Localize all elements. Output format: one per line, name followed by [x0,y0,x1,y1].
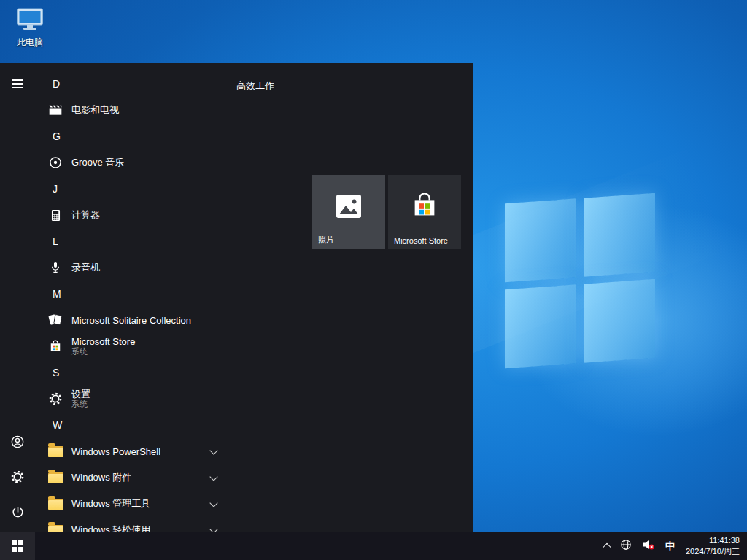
chevron-down-icon[interactable] [206,450,222,454]
tile-microsoft-store[interactable]: Microsoft Store [388,175,461,249]
ime-indicator[interactable]: 中 [660,532,680,560]
section-letter-label: G [53,131,61,142]
tile-label: 照片 [318,234,334,245]
volume-muted-icon [642,539,655,553]
app-item-solitaire[interactable]: Microsoft Solitaire Collection [35,307,226,333]
app-label: 录音机 [71,261,100,274]
chevron-up-icon [603,543,611,551]
calculator-icon [47,206,64,224]
app-section-letter-g[interactable]: G [35,123,226,149]
desktop-icon-this-pc[interactable]: 此电脑 [7,7,53,49]
taskbar-clock[interactable]: 11:41:38 2024/7/10/周三 [680,535,747,557]
app-label: Microsoft Store [71,336,135,348]
folder-icon [47,469,64,486]
start-button[interactable] [0,532,35,560]
folder-icon [47,443,64,460]
app-sublabel: 系统 [71,347,135,357]
tile-group-title: 高效工作 [236,79,274,93]
start-menu-app-list: D 电影和电视 G [35,63,226,532]
windows-desktop: 此电脑 [0,0,747,560]
globe-icon [620,539,632,553]
solitaire-icon [47,311,64,329]
app-item-windows-accessories[interactable]: Windows 附件 [35,464,226,491]
settings-button[interactable] [0,461,35,496]
chevron-down-icon[interactable] [206,502,222,506]
app-label: Microsoft Solitaire Collection [71,315,191,326]
chevron-down-icon[interactable] [206,529,222,532]
app-section-letter-w[interactable]: W [35,412,226,438]
folder-icon [47,495,64,513]
power-button[interactable] [0,496,35,531]
settings-gear-icon [47,390,64,408]
account-button[interactable] [0,426,35,461]
clock-date: 2024/7/10/周三 [686,546,740,557]
app-item-voice-recorder[interactable]: 录音机 [35,254,226,281]
expand-menu-button[interactable] [0,66,35,101]
section-letter-label: D [53,78,60,90]
app-label: Windows 管理工具 [71,497,150,510]
photos-icon [334,193,363,222]
app-item-windows-ease-of-access[interactable]: Windows 轻松使用 [35,517,226,532]
folder-icon [47,521,64,532]
app-section-letter-m[interactable]: M [35,281,226,307]
app-section-letter-s[interactable]: S [35,359,226,386]
voice-recorder-icon [47,259,64,276]
store-bag-icon [409,191,440,225]
app-section-letter-l[interactable]: L [35,228,226,254]
ime-label: 中 [665,540,675,553]
system-tray: 中 11:41:38 2024/7/10/周三 [599,532,747,560]
taskbar: 中 11:41:38 2024/7/10/周三 [0,532,747,560]
user-icon [10,435,25,452]
desktop-icon-label: 此电脑 [17,36,43,49]
app-label: 计算器 [71,209,100,222]
start-menu-tile-area: 高效工作 照片 [226,63,473,532]
section-letter-label: J [53,183,58,195]
computer-icon [16,7,44,35]
section-letter-label: W [53,419,62,431]
app-item-movies-tv[interactable]: 电影和电视 [35,97,226,123]
section-letter-label: L [53,236,58,247]
app-label: Windows 轻松使用 [71,524,150,532]
app-label: 电影和电视 [71,104,119,117]
groove-music-icon [47,154,64,171]
hamburger-icon [12,79,23,88]
gear-icon [10,470,25,487]
windows-logo [505,193,655,368]
tile-label: Microsoft Store [394,236,448,245]
section-letter-label: M [53,288,61,300]
chevron-down-icon[interactable] [206,476,222,480]
app-item-windows-powershell[interactable]: Windows PowerShell [35,438,226,464]
network-status-button[interactable] [615,532,637,560]
app-item-settings[interactable]: 设置 系统 [35,386,226,412]
app-section-letter-j[interactable]: J [35,176,226,202]
app-section-letter-d[interactable]: D [35,71,226,97]
app-label: Windows PowerShell [71,446,160,457]
show-hidden-icons-button[interactable] [599,532,615,560]
app-label: Groove 音乐 [71,156,124,169]
section-letter-label: S [53,367,59,378]
app-item-microsoft-store[interactable]: Microsoft Store 系统 [35,333,226,359]
app-item-calculator[interactable]: 计算器 [35,202,226,228]
store-icon [47,338,64,355]
volume-button[interactable] [637,532,660,560]
app-sublabel: 系统 [71,400,90,409]
power-icon [11,505,25,522]
start-menu: D 电影和电视 G [0,63,473,532]
tile-photos[interactable]: 照片 [312,175,385,249]
start-menu-rail [0,63,35,532]
app-label: Windows 附件 [71,471,131,484]
app-item-windows-admin-tools[interactable]: Windows 管理工具 [35,491,226,517]
movies-tv-icon [47,101,64,119]
clock-time: 11:41:38 [709,535,740,546]
app-item-groove-music[interactable]: Groove 音乐 [35,149,226,176]
windows-logo-icon [12,540,24,553]
app-label: 设置 [71,389,90,400]
